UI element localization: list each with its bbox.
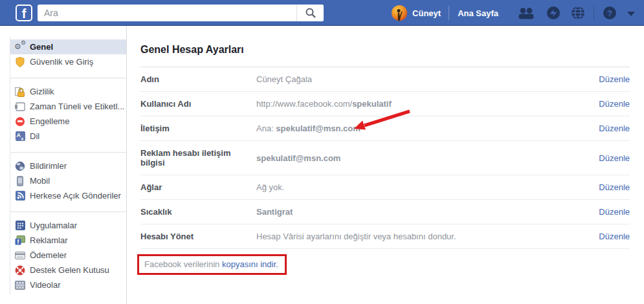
sidebar-item-label: Bildirimler	[30, 161, 67, 171]
sidebar-item-label: Reklamlar	[30, 235, 68, 245]
profile-name-link[interactable]: Cüneyt	[412, 8, 441, 18]
sidebar-item-label: Uygulamalar	[30, 221, 77, 230]
row-value: Ana: spekulatif@msn.com	[256, 124, 361, 133]
edit-link[interactable]: Düzenle	[599, 74, 630, 84]
navbar-right-cluster: Cüneyt Ana Sayfa	[392, 0, 639, 26]
page-title: Genel Hesap Ayarları	[140, 44, 630, 56]
search-bar	[38, 5, 324, 21]
sidebar-item-engelleme[interactable]: Engelleme	[10, 114, 126, 129]
sidebar-item-label: Herkese Açık Gönderiler	[30, 191, 121, 201]
sidebar-item-uygulamalar[interactable]: Uygulamalar	[10, 218, 126, 233]
row-label: Kullanıcı Adı	[140, 99, 256, 109]
row-label: Sıcaklık	[140, 207, 256, 217]
sidebar-group-apps: Uygulamalar f Reklamlar Ödemeler	[0, 212, 126, 292]
setting-row-networks: Ağlar Ağ yok. Düzenle	[140, 175, 630, 200]
rss-feed-icon	[14, 191, 26, 201]
row-value: http://www.facebook.com/spekulatif	[256, 99, 392, 109]
privacy-lock-icon	[14, 87, 26, 97]
sidebar-item-label: Dil	[30, 131, 39, 141]
download-text: Facebook verilerinin	[144, 259, 222, 269]
setting-row-manage-account: Hesabı Yönet Hesap Vârisi ayarlarını değ…	[140, 224, 630, 249]
sidebar-item-gizlilik[interactable]: Gizlilik	[10, 84, 126, 99]
sidebar-left-border	[10, 36, 10, 295]
settings-sidebar: ⚙⚙ Genel Güvenlik ve Giriş Gizlilik	[0, 26, 127, 304]
edit-link[interactable]: Düzenle	[599, 124, 630, 133]
svg-text:f: f	[17, 239, 19, 245]
gears-icon: ⚙⚙	[14, 42, 26, 52]
row-value: Cüneyt Çağala	[256, 74, 312, 84]
sidebar-item-mobil[interactable]: Mobil	[10, 173, 126, 188]
row-value: Ağ yok.	[256, 182, 284, 192]
row-label: Reklam hesabı iletişim bilgisi	[140, 148, 256, 168]
setting-row-username: Kullanıcı Adı http://www.facebook.com/sp…	[140, 92, 630, 116]
sidebar-item-genel[interactable]: ⚙⚙ Genel	[10, 39, 126, 54]
row-value: spekulatif@msn.com	[256, 153, 340, 163]
general-settings-table: Adın Cüneyt Çağala Düzenle Kullanıcı Adı…	[140, 67, 630, 249]
notifications-globe-icon	[14, 161, 26, 171]
friends-icon	[516, 6, 536, 19]
home-link[interactable]: Ana Sayfa	[458, 8, 498, 18]
sidebar-item-label: Ödemeler	[30, 250, 67, 260]
download-data-row: Facebook verilerinin kopyasını indir.	[140, 254, 630, 275]
sidebar-item-guvenlik-ve-giris[interactable]: Güvenlik ve Giriş	[10, 54, 126, 69]
edit-link[interactable]: Düzenle	[599, 207, 630, 217]
sidebar-item-destek-gelen-kutusu[interactable]: Destek Gelen Kutusu	[10, 263, 126, 277]
timeline-tag-icon	[14, 102, 26, 111]
language-icon: Ax	[14, 131, 26, 141]
row-value: Santigrat	[256, 207, 293, 217]
row-label: Hesabı Yönet	[140, 232, 256, 241]
sidebar-item-videolar[interactable]: Videolar	[10, 277, 126, 292]
sidebar-item-dil[interactable]: Ax Dil	[10, 129, 126, 144]
sidebar-item-label: Engelleme	[30, 116, 69, 126]
edit-link[interactable]: Düzenle	[599, 99, 630, 109]
edit-link[interactable]: Düzenle	[599, 153, 630, 163]
credit-card-icon	[14, 252, 26, 259]
download-data-link[interactable]: kopyasını indir.	[222, 259, 278, 269]
sidebar-item-herkese-acik-gonderiler[interactable]: Herkese Açık Gönderiler	[10, 188, 126, 203]
sidebar-item-label: Genel	[30, 42, 53, 52]
messenger-icon	[546, 6, 561, 20]
search-button[interactable]	[296, 5, 324, 21]
avatar[interactable]	[392, 5, 407, 21]
row-label: İletişim	[140, 124, 256, 133]
row-value: Hesap Vârisi ayarlarını değiştir veya he…	[256, 232, 456, 241]
sidebar-item-label: Gizlilik	[30, 87, 54, 96]
sidebar-item-label: Mobil	[30, 176, 50, 186]
account-menu-caret-icon[interactable]	[627, 12, 635, 16]
messenger-button[interactable]	[546, 6, 561, 20]
edit-link[interactable]: Düzenle	[599, 182, 630, 192]
mobile-phone-icon	[14, 176, 26, 186]
sidebar-item-label: Videolar	[30, 280, 60, 290]
navbar-divider	[594, 6, 594, 20]
avatar-silhouette	[392, 5, 407, 21]
globe-icon	[571, 6, 585, 20]
annotation-red-box: Facebook verilerinin kopyasını indir.	[137, 254, 287, 275]
sidebar-item-label: Güvenlik ve Giriş	[30, 57, 93, 67]
sidebar-item-label: Destek Gelen Kutusu	[30, 265, 109, 275]
help-button[interactable]: ?	[603, 6, 617, 20]
setting-row-contact: İletişim Ana: spekulatif@msn.com Düzenle	[140, 116, 630, 141]
top-navbar: f Cüneyt Ana Sayfa	[0, 0, 644, 26]
edit-link[interactable]: Düzenle	[599, 232, 630, 241]
sidebar-item-reklamlar[interactable]: f Reklamlar	[10, 233, 126, 248]
search-input[interactable]	[38, 5, 296, 21]
film-strip-icon	[14, 281, 26, 290]
friend-requests-button[interactable]	[516, 6, 536, 19]
sidebar-item-bildirimler[interactable]: Bildirimler	[10, 158, 126, 173]
navbar-divider	[449, 6, 449, 20]
svg-text:?: ?	[607, 8, 612, 18]
row-label: Ağlar	[140, 182, 256, 192]
notifications-button[interactable]	[571, 6, 585, 20]
settings-content: Genel Hesap Ayarları Adın Cüneyt Çağala …	[127, 26, 644, 304]
facebook-logo[interactable]: f	[16, 5, 32, 21]
sidebar-group-notifications: Bildirimler Mobil Herkese Açık Gönderi	[0, 153, 126, 203]
sidebar-item-odemeler[interactable]: Ödemeler	[10, 248, 126, 263]
sidebar-item-zaman-tuneli[interactable]: Zaman Tüneli ve Etiketl...	[10, 99, 126, 114]
apps-grid-icon	[14, 221, 26, 230]
sidebar-item-label: Zaman Tüneli ve Etiketl...	[30, 102, 124, 111]
block-icon	[14, 117, 26, 126]
row-label: Adın	[140, 74, 256, 84]
sidebar-group-privacy: Gizlilik Zaman Tüneli ve Etiketl... Enge…	[0, 78, 126, 144]
help-icon: ?	[603, 6, 617, 20]
setting-row-name: Adın Cüneyt Çağala Düzenle	[140, 67, 630, 92]
